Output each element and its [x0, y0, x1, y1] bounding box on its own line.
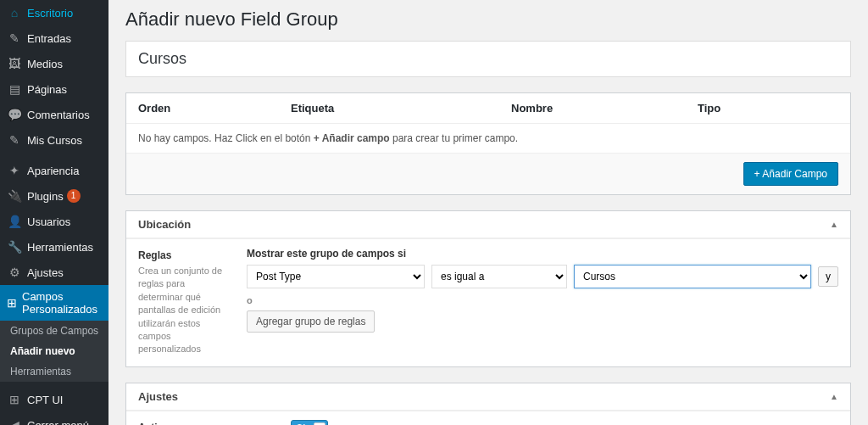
fields-box: Orden Etiqueta Nombre Tipo No hay campos…	[125, 92, 851, 195]
add-rule-group-button[interactable]: Agregar grupo de reglas	[247, 310, 375, 333]
col-type: Tipo	[698, 102, 838, 115]
main-content: Añadir nuevo Field Group Orden Etiqueta …	[108, 0, 868, 425]
empty-text-suffix: para crear tu primer campo.	[390, 132, 518, 144]
sidebar-item-settings[interactable]: ⚙Ajustes	[0, 260, 108, 285]
sidebar-item-custom-fields[interactable]: ⊞Campos Personalizados	[0, 285, 108, 321]
sidebar-item-tools[interactable]: 🔧Herramientas	[0, 234, 108, 260]
dashboard-icon: ⌂	[7, 5, 22, 20]
collapse-icon: ◀	[7, 417, 22, 425]
active-input-cell: Sí	[279, 411, 850, 425]
sidebar-item-label: Cerrar menú	[27, 419, 89, 426]
submenu-add-new[interactable]: Añadir nuevo	[0, 341, 108, 361]
sidebar-item-dashboard[interactable]: ⌂Escritorio	[0, 0, 108, 25]
sidebar-item-label: Plugins	[27, 190, 64, 203]
page-title: Añadir nuevo Field Group	[125, 8, 851, 31]
rules-label-cell: Reglas Crea un conjunto de reglas para d…	[126, 239, 235, 366]
col-name: Nombre	[511, 102, 698, 115]
active-label-cell: Activo	[126, 411, 279, 425]
location-header: Ubicación ▲	[126, 211, 850, 238]
col-order: Orden	[138, 102, 291, 115]
active-label: Activo	[138, 422, 267, 425]
sidebar-item-appearance[interactable]: ✦Apariencia	[0, 158, 108, 183]
sidebar-item-label: Herramientas	[27, 241, 93, 254]
location-toggle-icon[interactable]: ▲	[830, 220, 838, 229]
settings-header: Ajustes ▲	[126, 383, 850, 411]
rule-value-select[interactable]: Cursos	[574, 265, 811, 288]
sidebar-item-label: Campos Personalizados	[22, 290, 102, 316]
tools-icon: 🔧	[7, 239, 22, 254]
fields-table-header: Orden Etiqueta Nombre Tipo	[126, 93, 850, 124]
sidebar-item-label: Mis Cursos	[27, 134, 82, 147]
sidebar-item-posts[interactable]: ✎Entradas	[0, 25, 108, 51]
sidebar-collapse[interactable]: ◀Cerrar menú	[0, 412, 108, 425]
empty-text-bold: + Añadir campo	[314, 132, 390, 144]
submenu-tools[interactable]: Herramientas	[0, 361, 108, 382]
sidebar-item-label: Páginas	[27, 83, 67, 96]
sidebar-item-label: Medios	[27, 58, 63, 70]
settings-toggle-icon[interactable]: ▲	[830, 392, 838, 401]
appearance-icon: ✦	[7, 163, 22, 178]
cptui-icon: ⊞	[7, 392, 22, 407]
group-title-input[interactable]	[125, 41, 851, 77]
sidebar-item-pages[interactable]: ▤Páginas	[0, 76, 108, 102]
location-rule-row: Post Type es igual a Cursos y	[247, 265, 838, 288]
posts-icon: ✎	[7, 31, 22, 46]
rules-label: Reglas	[138, 249, 223, 261]
sidebar-item-label: Comentarios	[27, 109, 90, 121]
rules-input-cell: Mostrar este grupo de campos si Post Typ…	[235, 239, 850, 366]
sidebar-item-courses[interactable]: ✎Mis Cursos	[0, 127, 108, 153]
pages-icon: ▤	[7, 81, 22, 97]
rule-operator-select[interactable]: es igual a	[431, 265, 567, 288]
active-toggle[interactable]: Sí	[291, 420, 328, 425]
sidebar-item-label: Ajustes	[27, 266, 64, 279]
add-field-button[interactable]: + Añadir Campo	[743, 162, 838, 186]
col-label: Etiqueta	[291, 102, 511, 115]
sidebar-item-label: Apariencia	[27, 165, 79, 177]
plugins-badge: 1	[67, 189, 81, 203]
empty-text-prefix: No hay campos. Haz Click en el botón	[138, 132, 314, 144]
sidebar-item-comments[interactable]: 💬Comentarios	[0, 102, 108, 127]
or-label: o	[247, 295, 838, 305]
show-if-label: Mostrar este grupo de campos si	[247, 248, 838, 260]
rule-param-select[interactable]: Post Type	[247, 265, 425, 288]
plugins-icon: 🔌	[7, 188, 22, 204]
sidebar-item-label: Entradas	[27, 32, 71, 45]
custom-fields-submenu: Grupos de Campos Añadir nuevo Herramient…	[0, 321, 108, 382]
users-icon: 👤	[7, 214, 22, 229]
admin-sidebar: ⌂Escritorio ✎Entradas 🖼Medios ▤Páginas 💬…	[0, 0, 108, 425]
sidebar-item-users[interactable]: 👤Usuarios	[0, 209, 108, 234]
custom-fields-icon: ⊞	[7, 295, 17, 310]
location-box: Ubicación ▲ Reglas Crea un conjunto de r…	[125, 210, 851, 367]
courses-icon: ✎	[7, 132, 22, 148]
sidebar-item-plugins[interactable]: 🔌Plugins1	[0, 183, 108, 209]
media-icon: 🖼	[7, 56, 22, 71]
settings-title: Ajustes	[138, 390, 178, 403]
rules-desc: Crea un conjunto de reglas para determin…	[138, 265, 223, 356]
settings-box: Ajustes ▲ Activo Sí Estilo Estándar (WP …	[125, 383, 851, 425]
fields-footer: + Añadir Campo	[126, 154, 850, 194]
sidebar-item-cptui[interactable]: ⊞CPT UI	[0, 387, 108, 412]
sidebar-item-label: CPT UI	[27, 394, 63, 406]
sidebar-item-label: Escritorio	[27, 7, 73, 20]
submenu-field-groups[interactable]: Grupos de Campos	[0, 321, 108, 341]
settings-icon: ⚙	[7, 265, 22, 280]
fields-empty-message: No hay campos. Haz Click en el botón + A…	[126, 124, 850, 154]
rule-and-button[interactable]: y	[818, 266, 838, 287]
location-title: Ubicación	[138, 218, 191, 231]
sidebar-item-label: Usuarios	[27, 215, 70, 228]
comments-icon: 💬	[7, 107, 22, 122]
sidebar-item-media[interactable]: 🖼Medios	[0, 51, 108, 76]
